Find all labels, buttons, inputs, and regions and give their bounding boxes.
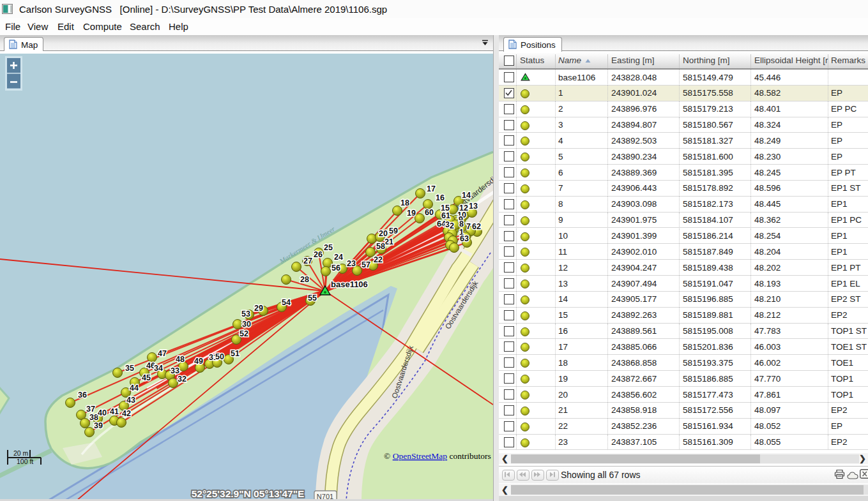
svg-text:37: 37: [86, 405, 95, 414]
svg-text:59: 59: [389, 227, 398, 236]
svg-text:30: 30: [242, 320, 251, 329]
svg-text:64: 64: [437, 220, 446, 228]
svg-text:56: 56: [331, 264, 340, 273]
svg-text:N701: N701: [317, 493, 333, 500]
svg-text:18: 18: [400, 198, 409, 207]
svg-text:14: 14: [462, 191, 471, 200]
svg-text:60: 60: [425, 208, 434, 217]
svg-text:40: 40: [98, 408, 107, 417]
svg-text:44: 44: [130, 384, 139, 393]
svg-text:34: 34: [154, 364, 163, 373]
svg-text:13: 13: [469, 202, 478, 211]
svg-text:20 m: 20 m: [13, 449, 29, 457]
svg-text:52: 52: [240, 329, 248, 338]
svg-text:43: 43: [126, 396, 135, 405]
svg-text:27: 27: [303, 257, 312, 265]
svg-text:39: 39: [94, 421, 103, 430]
svg-text:33: 33: [171, 366, 179, 375]
svg-text:38: 38: [89, 413, 98, 422]
svg-text:base1106: base1106: [331, 280, 368, 289]
svg-text:7: 7: [466, 222, 471, 231]
svg-text:25: 25: [324, 243, 333, 252]
svg-text:32: 32: [178, 375, 187, 384]
svg-text:63: 63: [460, 234, 469, 243]
svg-text:54: 54: [282, 298, 291, 307]
svg-text:50: 50: [215, 352, 224, 361]
svg-text:26: 26: [314, 250, 323, 259]
svg-text:42: 42: [122, 409, 131, 418]
svg-text:49: 49: [194, 357, 203, 366]
svg-text:16: 16: [436, 193, 445, 202]
svg-text:36: 36: [78, 391, 87, 400]
svg-text:57: 57: [362, 260, 370, 269]
svg-text:51: 51: [231, 349, 240, 358]
svg-text:52°25'32.9"N 05°13'47"E: 52°25'32.9"N 05°13'47"E: [192, 488, 305, 499]
svg-text:20: 20: [379, 229, 388, 238]
svg-text:48: 48: [176, 355, 185, 364]
svg-text:61: 61: [441, 211, 450, 220]
svg-text:3: 3: [445, 220, 450, 229]
svg-text:8: 8: [459, 220, 464, 228]
svg-text:41: 41: [110, 407, 119, 416]
svg-text:45: 45: [142, 373, 151, 382]
svg-text:21: 21: [385, 237, 393, 246]
svg-text:17: 17: [427, 184, 436, 193]
svg-text:53: 53: [241, 310, 250, 318]
svg-text:35: 35: [125, 364, 134, 373]
svg-text:62: 62: [472, 222, 481, 231]
svg-text:2: 2: [450, 221, 454, 230]
svg-text:58: 58: [376, 242, 385, 251]
svg-text:28: 28: [300, 275, 309, 284]
svg-text:24: 24: [334, 253, 343, 262]
svg-text:23: 23: [347, 259, 356, 268]
svg-text:19: 19: [407, 209, 416, 218]
svg-text:22: 22: [374, 255, 383, 264]
svg-text:47: 47: [158, 349, 167, 358]
svg-text:55: 55: [308, 294, 317, 303]
svg-text:100 ft: 100 ft: [17, 458, 33, 465]
svg-text:29: 29: [254, 304, 263, 313]
svg-text:© OpenStreetMap contributors: © OpenStreetMap contributors: [384, 451, 491, 461]
